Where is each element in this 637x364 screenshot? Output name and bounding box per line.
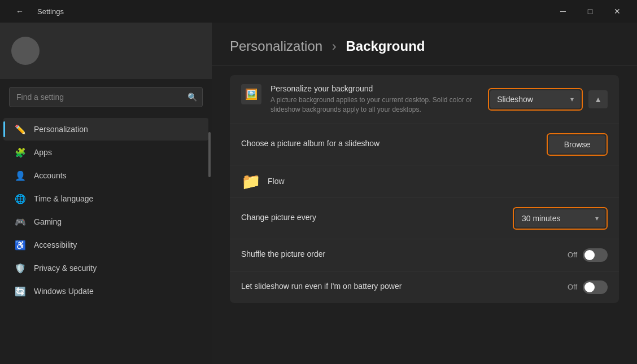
sidebar-item-label: Gaming	[34, 217, 62, 226]
avatar	[11, 37, 40, 65]
breadcrumb-parent: Personalization	[230, 38, 322, 54]
browse-highlight-box: Browse	[547, 133, 608, 156]
breadcrumb: Personalization › Background	[230, 38, 619, 54]
sidebar-item-label: Accessibility	[34, 240, 77, 249]
sidebar-nav: ✏️ Personalization 🧩 Apps 👤 Accounts 🌐 T…	[0, 115, 212, 364]
personalize-bg-text: Personalize your background A picture ba…	[270, 84, 488, 115]
sidebar-item-personalization[interactable]: ✏️ Personalization	[3, 118, 208, 141]
titlebar: ← Settings ─ □ ✕	[0, 0, 637, 23]
sidebar-top	[0, 23, 212, 79]
sidebar-item-label: Privacy & security	[34, 264, 97, 273]
battery-slideshow-left: Let slideshow run even if I'm on battery…	[241, 282, 568, 293]
breadcrumb-current: Background	[346, 38, 425, 54]
sidebar-item-privacy-security[interactable]: 🛡️ Privacy & security	[3, 257, 208, 279]
personalize-bg-title: Personalize your background	[270, 84, 488, 93]
shuffle-toggle-label: Off	[568, 251, 577, 259]
sidebar-item-label: Apps	[34, 148, 52, 157]
app-body: 🔍 ✏️ Personalization 🧩 Apps 👤 Accounts 🌐…	[0, 23, 637, 364]
sidebar-item-apps[interactable]: 🧩 Apps	[3, 141, 208, 164]
change-picture-text: Change picture every	[241, 213, 513, 224]
battery-slideshow-toggle[interactable]	[583, 280, 608, 294]
minutes-chevron-icon: ▾	[595, 214, 599, 222]
breadcrumb-separator: ›	[332, 38, 341, 54]
folder-name: Flow	[268, 177, 285, 186]
slideshow-highlight-box: Slideshow ▾	[488, 88, 583, 111]
personalize-bg-row: 🖼️ Personalize your background A picture…	[230, 75, 619, 124]
shuffle-row: Shuffle the picture order Off	[230, 239, 619, 271]
titlebar-title: Settings	[37, 7, 64, 16]
sidebar-scroll-thumb	[208, 132, 211, 177]
choose-album-text: Choose a picture album for a slideshow	[241, 139, 547, 150]
battery-slideshow-title: Let slideshow run even if I'm on battery…	[241, 282, 568, 291]
choose-album-title: Choose a picture album for a slideshow	[241, 139, 547, 148]
accessibility-icon: ♿	[15, 239, 26, 251]
minimize-button[interactable]: ─	[550, 2, 576, 20]
sidebar-item-label: Personalization	[34, 125, 88, 134]
background-settings-card: 🖼️ Personalize your background A picture…	[230, 75, 619, 303]
close-button[interactable]: ✕	[604, 2, 630, 20]
page-header: Personalization › Background	[212, 23, 637, 66]
personalize-bg-desc: A picture background applies to your cur…	[270, 95, 488, 115]
time-language-icon: 🌐	[15, 193, 26, 204]
change-picture-left: Change picture every	[241, 213, 513, 224]
sidebar-item-accessibility[interactable]: ♿ Accessibility	[3, 234, 208, 256]
battery-slideshow-control: Off	[568, 280, 608, 294]
change-picture-control: 30 minutes ▾	[513, 207, 608, 230]
shuffle-title: Shuffle the picture order	[241, 249, 568, 258]
battery-slideshow-row: Let slideshow run even if I'm on battery…	[230, 271, 619, 303]
shuffle-control: Off	[568, 248, 608, 262]
folder-icon: 📁	[241, 172, 261, 191]
sidebar-scrollbar	[208, 115, 211, 364]
shuffle-toggle[interactable]	[583, 248, 608, 262]
gaming-icon: 🎮	[15, 216, 26, 227]
back-button[interactable]: ←	[7, 2, 33, 20]
apps-icon: 🧩	[15, 147, 26, 158]
content-area: 🖼️ Personalize your background A picture…	[212, 66, 637, 314]
windows-update-icon: 🔄	[15, 286, 26, 297]
personalize-bg-left: 🖼️ Personalize your background A picture…	[241, 84, 488, 115]
titlebar-controls: ─ □ ✕	[550, 2, 630, 20]
main-content: Personalization › Background 🖼️ Personal…	[212, 23, 637, 364]
sidebar-item-gaming[interactable]: 🎮 Gaming	[3, 210, 208, 233]
battery-slideshow-toggle-label: Off	[568, 283, 577, 291]
sidebar: 🔍 ✏️ Personalization 🧩 Apps 👤 Accounts 🌐…	[0, 23, 212, 364]
slideshow-dropdown[interactable]: Slideshow ▾	[490, 90, 581, 108]
privacy-icon: 🛡️	[15, 262, 26, 274]
sidebar-item-windows-update[interactable]: 🔄 Windows Update	[3, 280, 208, 302]
sidebar-item-accounts[interactable]: 👤 Accounts	[3, 164, 208, 187]
sidebar-item-time-language[interactable]: 🌐 Time & language	[3, 187, 208, 210]
choose-album-control: Browse	[547, 133, 608, 156]
search-box: 🔍	[9, 87, 203, 107]
accounts-icon: 👤	[15, 170, 26, 181]
minutes-dropdown-value: 30 minutes	[522, 214, 560, 223]
personalization-icon: ✏️	[15, 124, 26, 135]
change-picture-title: Change picture every	[241, 213, 513, 222]
sidebar-item-label: Windows Update	[34, 287, 94, 296]
sidebar-item-label: Time & language	[34, 194, 93, 203]
browse-button[interactable]: Browse	[549, 135, 605, 154]
maximize-button[interactable]: □	[577, 2, 603, 20]
choose-album-row: Choose a picture album for a slideshow B…	[230, 124, 619, 165]
shuffle-left: Shuffle the picture order	[241, 249, 568, 261]
personalize-bg-control: Slideshow ▾ ▲	[488, 88, 608, 111]
titlebar-left: ← Settings	[7, 2, 64, 20]
slideshow-dropdown-value: Slideshow	[497, 95, 533, 104]
sidebar-item-label: Accounts	[34, 171, 67, 180]
collapse-button[interactable]: ▲	[588, 90, 608, 108]
choose-album-left: Choose a picture album for a slideshow	[241, 139, 547, 150]
minutes-highlight-box: 30 minutes ▾	[513, 207, 608, 230]
search-input[interactable]	[9, 87, 203, 107]
shuffle-text: Shuffle the picture order	[241, 249, 568, 261]
folder-row: 📁 Flow	[230, 165, 619, 198]
bg-icon: 🖼️	[241, 84, 261, 104]
battery-slideshow-text: Let slideshow run even if I'm on battery…	[241, 282, 568, 293]
change-picture-row: Change picture every 30 minutes ▾	[230, 198, 619, 239]
chevron-down-icon: ▾	[570, 95, 574, 103]
minutes-dropdown[interactable]: 30 minutes ▾	[515, 209, 605, 227]
